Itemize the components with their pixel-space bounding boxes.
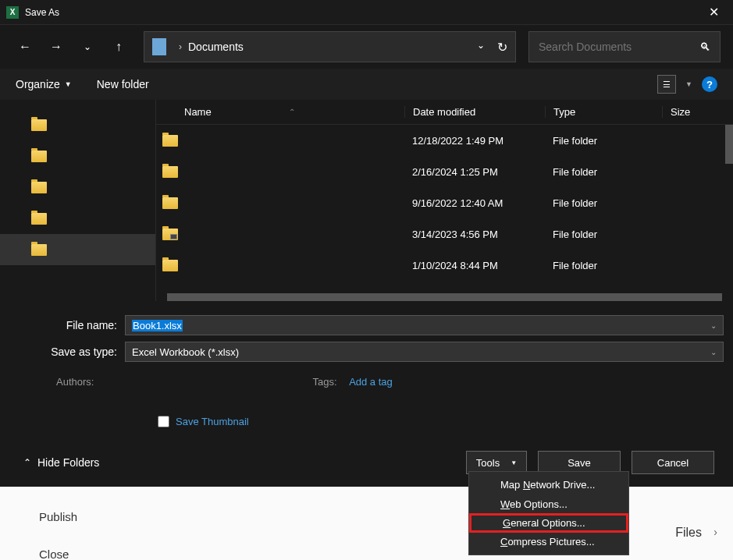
refresh-button[interactable]: ↻ — [497, 40, 507, 55]
file-row[interactable]: 1/10/2024 8:44 PM File folder — [156, 250, 733, 281]
folder-icon — [31, 213, 47, 225]
organize-menu[interactable]: Organize ▼ — [16, 78, 72, 90]
documents-icon — [152, 38, 166, 55]
menu-general-options[interactable]: General Options... — [469, 513, 628, 533]
column-date[interactable]: Date modified — [404, 106, 545, 118]
titlebar: X Save As ✕ — [0, 0, 733, 25]
column-name[interactable]: Name ⌃ — [156, 106, 404, 118]
sort-arrow-icon: ⌃ — [289, 108, 295, 116]
excel-icon: X — [6, 6, 19, 19]
bg-close[interactable]: Close — [39, 548, 69, 560]
toolbar: Organize ▼ New folder ☰ ▼ ? — [0, 69, 733, 100]
menu-map-network-drive[interactable]: Map Network Drive... — [469, 475, 628, 494]
folder-icon — [31, 119, 47, 131]
thumbnail-label[interactable]: Save Thumbnail — [176, 416, 249, 427]
file-row[interactable]: 12/18/2022 1:49 PM File folder — [156, 125, 733, 156]
caret-down-icon: ▼ — [65, 80, 72, 88]
filename-label: File name: — [9, 319, 125, 331]
folder-icon — [162, 166, 178, 178]
chevron-right-icon: › — [179, 41, 182, 52]
tree-item[interactable] — [0, 172, 155, 203]
filename-input[interactable]: Book1.xlsx ⌄ — [125, 315, 724, 335]
new-folder-button[interactable]: New folder — [97, 78, 149, 90]
column-type[interactable]: Type — [545, 106, 662, 118]
cancel-button[interactable]: Cancel — [632, 451, 714, 474]
folder-icon — [162, 197, 178, 209]
breadcrumb-location[interactable]: Documents — [188, 41, 244, 53]
tree-item[interactable] — [0, 203, 155, 234]
folder-icon — [162, 260, 178, 271]
tools-menu: Map Network Drive... Web Options... Gene… — [468, 471, 629, 555]
breadcrumb-dropdown[interactable]: ⌄ — [477, 40, 485, 55]
menu-web-options[interactable]: Web Options... — [469, 494, 628, 514]
search-icon[interactable]: 🔍︎ — [699, 41, 710, 53]
help-button[interactable]: ? — [702, 76, 717, 92]
save-form: File name: Book1.xlsx ⌄ Save as type: Ex… — [0, 301, 733, 487]
recent-dropdown[interactable]: ⌄ — [75, 34, 100, 59]
main-pane: Name ⌃ Date modified Type Size 12/18/202… — [0, 100, 733, 301]
chevron-down-icon[interactable]: ⌄ — [710, 321, 717, 330]
forward-button[interactable]: → — [44, 34, 69, 59]
bg-publish[interactable]: Publish — [39, 510, 77, 523]
folder-special-icon — [162, 229, 178, 240]
navbar: ← → ⌄ ↑ › Documents ⌄ ↻ 🔍︎ — [0, 25, 733, 69]
vertical-scrollbar[interactable] — [725, 125, 733, 164]
window-title: Save As — [25, 7, 701, 18]
up-button[interactable]: ↑ — [106, 34, 131, 59]
folder-icon — [31, 151, 47, 162]
chevron-up-icon: ⌃ — [23, 457, 31, 468]
column-size[interactable]: Size — [662, 106, 733, 118]
close-button[interactable]: ✕ — [701, 5, 727, 19]
folder-icon — [31, 182, 47, 193]
folder-icon — [162, 135, 178, 147]
view-mode-button[interactable]: ☰ — [657, 75, 676, 94]
hide-folders-toggle[interactable]: ⌃ Hide Folders — [23, 456, 99, 469]
file-row[interactable]: 2/16/2024 1:25 PM File folder — [156, 156, 733, 187]
tree-item-selected[interactable] — [0, 234, 155, 265]
tree-item[interactable] — [0, 140, 155, 172]
tags-label: Tags: — [312, 376, 336, 388]
search-bar[interactable]: 🔍︎ — [528, 31, 721, 62]
folder-icon — [31, 244, 47, 256]
tree-item[interactable] — [0, 109, 155, 140]
file-row[interactable]: 9/16/2022 12:40 AM File folder — [156, 187, 733, 218]
thumbnail-checkbox[interactable] — [158, 416, 169, 427]
breadcrumb-bar[interactable]: › Documents ⌄ ↻ — [144, 31, 516, 62]
bg-chevron-icon: › — [713, 526, 717, 538]
bg-files: Files — [675, 526, 702, 540]
back-button[interactable]: ← — [12, 34, 37, 59]
column-headers: Name ⌃ Date modified Type Size — [156, 100, 733, 125]
horizontal-scrollbar[interactable] — [167, 293, 722, 301]
authors-label[interactable]: Authors: — [56, 376, 94, 388]
search-input[interactable] — [539, 41, 699, 53]
chevron-down-icon[interactable]: ⌄ — [710, 348, 717, 356]
file-list-pane: Name ⌃ Date modified Type Size 12/18/202… — [156, 100, 733, 301]
caret-down-icon: ▼ — [511, 459, 517, 466]
file-row[interactable]: 3/14/2023 4:56 PM File folder — [156, 218, 733, 250]
menu-compress-pictures[interactable]: Compress Pictures... — [469, 532, 628, 551]
savetype-label: Save as type: — [9, 346, 125, 358]
view-dropdown-icon[interactable]: ▼ — [685, 80, 692, 88]
savetype-select[interactable]: Excel Workbook (*.xlsx) ⌄ — [125, 342, 724, 362]
sidebar-tree[interactable] — [0, 100, 156, 301]
add-tag-link[interactable]: Add a tag — [349, 376, 393, 388]
